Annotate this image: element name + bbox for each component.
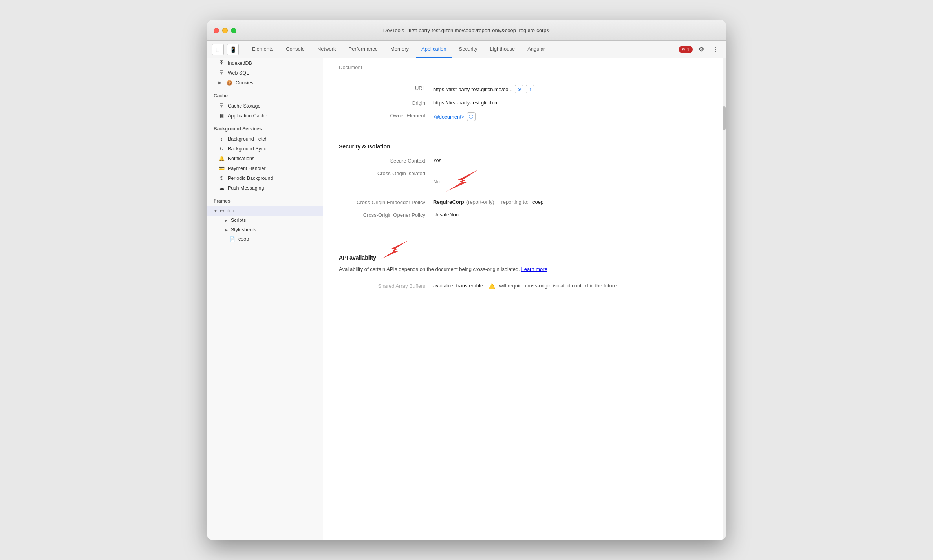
info-icon: ⓘ: [469, 114, 473, 120]
sidebar-item-label: Application Cache: [228, 113, 267, 119]
warning-note-text: will require cross-origin isolated conte…: [499, 283, 617, 289]
sidebar-item-websql[interactable]: 🗄 Web SQL: [207, 68, 323, 78]
window-title: DevTools - first-party-test.glitch.me/co…: [383, 27, 550, 33]
sidebar-item-label: Background Fetch: [228, 136, 267, 142]
shared-array-buffers-row: Shared Array Buffers available, transfer…: [339, 280, 710, 292]
cache-storage-icon: 🗄: [218, 103, 225, 109]
learn-more-link[interactable]: Learn more: [521, 266, 547, 272]
copy-icon: ⊙: [518, 87, 521, 92]
sidebar-item-payment-handler[interactable]: 💳 Payment Handler: [207, 163, 323, 173]
toolbar-right: ✕ 1 ⚙ ⋮: [679, 44, 721, 55]
sidebar-item-scripts[interactable]: ▶ Scripts: [207, 216, 323, 225]
content-wrapper: Document URL https://first-party-test.gl…: [323, 58, 726, 302]
coep-label: Cross-Origin Embedder Policy: [339, 199, 433, 205]
sidebar-item-top-frame[interactable]: ▼ ▭ top: [207, 206, 323, 216]
tab-lighthouse[interactable]: Lighthouse: [485, 41, 521, 58]
sidebar-item-application-cache[interactable]: ▦ Application Cache: [207, 111, 323, 121]
scrollbar-thumb[interactable]: [723, 106, 726, 130]
mobile-icon: 📱: [230, 46, 236, 53]
cursor-tool-button[interactable]: ⬚: [212, 44, 224, 55]
error-badge[interactable]: ✕ 1: [679, 46, 693, 53]
sidebar-item-label: Web SQL: [228, 70, 249, 76]
coop-value: UnsafeNone: [433, 212, 461, 218]
mobile-tool-button[interactable]: 📱: [227, 44, 239, 55]
coep-reporting-value: coep: [532, 199, 543, 205]
url-value: https://first-party-test.glitch.me/co...…: [433, 85, 534, 93]
background-services-header: Background Services: [207, 121, 323, 134]
red-arrow-svg: [446, 170, 477, 192]
error-count: 1: [687, 47, 690, 52]
cursor-icon: ⬚: [216, 46, 221, 53]
sidebar-item-cache-storage[interactable]: 🗄 Cache Storage: [207, 101, 323, 111]
sidebar-item-periodic-background[interactable]: ⏱ Periodic Background: [207, 173, 323, 183]
sidebar-item-label: Push Messaging: [228, 185, 264, 191]
sidebar-item-push-messaging[interactable]: ☁ Push Messaging: [207, 183, 323, 193]
cross-origin-isolated-text: No: [433, 179, 440, 185]
sidebar-item-cookies[interactable]: ▶ 🍪 Cookies: [207, 78, 323, 88]
coop-row: Cross-Origin Opener Policy UnsafeNone: [339, 209, 710, 221]
owner-element-link[interactable]: <#document>: [433, 114, 465, 120]
coop-text: UnsafeNone: [433, 212, 461, 218]
tab-elements[interactable]: Elements: [247, 41, 279, 58]
sidebar-item-indexeddb[interactable]: 🗄 IndexedDB: [207, 58, 323, 68]
owner-info-button[interactable]: ⓘ: [467, 112, 476, 121]
coep-sub-value: (report-only): [466, 199, 494, 205]
coep-main-value: RequireCorp: [433, 199, 464, 205]
frames-section-header: Frames: [207, 193, 323, 206]
tab-memory[interactable]: Memory: [385, 41, 414, 58]
content-area: Document URL https://first-party-test.gl…: [323, 58, 726, 540]
navigate-url-button[interactable]: ↑: [526, 85, 534, 93]
svg-marker-0: [446, 170, 477, 192]
traffic-lights: [214, 28, 236, 33]
sidebar-item-label: Notifications: [228, 156, 254, 161]
more-options-icon: ⋮: [712, 46, 719, 53]
sidebar-item-notifications[interactable]: 🔔 Notifications: [207, 154, 323, 163]
sidebar-item-coop[interactable]: 📄 coop: [207, 234, 323, 244]
payment-icon: 💳: [218, 165, 225, 171]
tab-security[interactable]: Security: [454, 41, 483, 58]
url-row: URL https://first-party-test.glitch.me/c…: [339, 82, 710, 97]
shared-array-buffers-value: available, transferable ⚠️ will require …: [433, 283, 617, 289]
chevron-right-icon: ▶: [218, 81, 223, 85]
chevron-down-icon: ▼: [214, 209, 218, 213]
api-red-arrow-annotation: [381, 240, 408, 261]
owner-element-value: <#document> ⓘ: [433, 112, 476, 121]
url-label: URL: [339, 85, 433, 91]
maximize-button[interactable]: [231, 28, 236, 33]
coep-row: Cross-Origin Embedder Policy RequireCorp…: [339, 196, 710, 209]
settings-button[interactable]: ⚙: [696, 44, 707, 55]
chevron-right-icon: ▶: [225, 228, 228, 232]
close-button[interactable]: [214, 28, 219, 33]
scrollbar-track[interactable]: [723, 58, 726, 540]
scripts-label: Scripts: [231, 218, 246, 223]
tab-application[interactable]: Application: [416, 41, 452, 58]
more-options-button[interactable]: ⋮: [710, 44, 721, 55]
sidebar-item-background-fetch[interactable]: ↕ Background Fetch: [207, 134, 323, 144]
shared-array-buffers-label: Shared Array Buffers: [339, 283, 433, 289]
security-isolation-section: Security & Isolation Secure Context Yes …: [323, 134, 726, 231]
tab-angular[interactable]: Angular: [522, 41, 551, 58]
coep-value: RequireCorp (report-only) reporting to: …: [433, 199, 543, 205]
push-icon: ☁: [218, 185, 225, 191]
cross-origin-isolated-row: Cross-Origin Isolated No: [339, 167, 710, 196]
secure-context-row: Secure Context Yes: [339, 154, 710, 167]
tab-console[interactable]: Console: [280, 41, 310, 58]
devtools-window: DevTools - first-party-test.glitch.me/co…: [207, 20, 726, 540]
sidebar-item-label: Cookies: [236, 80, 253, 86]
api-description-text: Availability of certain APIs depends on …: [339, 266, 521, 272]
minimize-button[interactable]: [222, 28, 228, 33]
origin-value: https://first-party-test.glitch.me: [433, 100, 501, 106]
copy-url-button[interactable]: ⊙: [515, 85, 523, 93]
sidebar-item-stylesheets[interactable]: ▶ Stylesheets: [207, 225, 323, 234]
cache-section-header: Cache: [207, 88, 323, 101]
tab-performance[interactable]: Performance: [343, 41, 383, 58]
svg-marker-1: [381, 240, 408, 259]
shared-array-buffers-text: available, transferable: [433, 283, 483, 289]
sidebar-item-background-sync[interactable]: ↻ Background Sync: [207, 144, 323, 154]
secure-context-value: Yes: [433, 157, 441, 163]
tab-network[interactable]: Network: [312, 41, 342, 58]
fetch-icon: ↕: [218, 136, 225, 142]
url-text: https://first-party-test.glitch.me/co...: [433, 86, 512, 92]
coop-label: Cross-Origin Opener Policy: [339, 212, 433, 218]
owner-element-label: Owner Element: [339, 112, 433, 119]
